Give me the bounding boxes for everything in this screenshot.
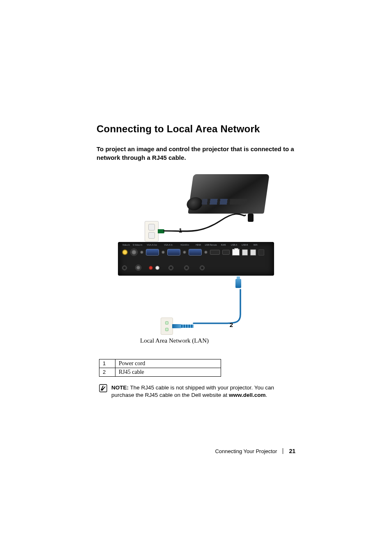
port-label: USB-A bbox=[230, 244, 238, 246]
table-row: 1 Power cord bbox=[99, 359, 221, 368]
port-label: WiFi bbox=[251, 244, 260, 246]
port-audio-out bbox=[200, 265, 205, 270]
key-description: Power cord bbox=[115, 359, 221, 368]
port-audio-a-in bbox=[168, 265, 173, 270]
port-audio-b-in bbox=[184, 265, 189, 270]
footer-section-title: Connecting Your Projector bbox=[215, 448, 277, 454]
port-screw bbox=[204, 251, 208, 254]
port-label: VGA-A In bbox=[161, 244, 175, 246]
port-wifi bbox=[258, 249, 264, 256]
figure-callout-2: 2 bbox=[230, 321, 233, 328]
port-label: USB Remote bbox=[205, 244, 217, 246]
port-label: VGA-B In bbox=[178, 244, 192, 246]
footer-divider bbox=[283, 448, 283, 454]
figure-top-projector-power: 1 bbox=[118, 174, 274, 242]
port-vga-b-in bbox=[189, 249, 202, 256]
port-vga-a-in bbox=[167, 249, 180, 256]
port-usb-b bbox=[250, 249, 256, 256]
note-body-after: . bbox=[265, 392, 267, 398]
rj45-plug-router-side bbox=[172, 324, 181, 328]
footer-page-number: 21 bbox=[289, 448, 295, 454]
wall-outlet-illustration bbox=[145, 221, 159, 242]
panel-top-labels: Video-In S-Video-In VGA-A Out VGA-A In V… bbox=[122, 244, 270, 246]
note-text: NOTE: The RJ45 cable is not shipped with… bbox=[111, 384, 295, 399]
section-heading: Connecting to Local Area Network bbox=[97, 123, 295, 135]
port-s-video bbox=[130, 249, 138, 256]
projector-connector-panel: Video-In S-Video-In VGA-A Out VGA-A In V… bbox=[118, 242, 274, 276]
port-label: Video-In bbox=[122, 244, 130, 246]
port-audio-c-l bbox=[149, 266, 153, 270]
note-label: NOTE: bbox=[111, 385, 129, 391]
port-vga-a-out bbox=[146, 249, 159, 256]
figure-caption: Local Area Network (LAN) bbox=[140, 337, 274, 344]
panel-row-bottom bbox=[122, 265, 270, 271]
port-dc12v bbox=[135, 265, 141, 271]
port-video-in bbox=[122, 249, 128, 255]
port-screw bbox=[140, 251, 143, 254]
note-block: NOTE: The RJ45 cable is not shipped with… bbox=[99, 384, 295, 399]
figure-callout-1: 1 bbox=[179, 227, 182, 234]
port-rs232 bbox=[122, 265, 127, 270]
callout-key-table: 1 Power cord 2 RJ45 cable bbox=[99, 359, 221, 377]
figure-bottom-router-rj45: 2 bbox=[118, 277, 274, 335]
rj45-cable-line bbox=[175, 282, 258, 332]
port-label: RJ45 bbox=[219, 244, 228, 246]
port-label: HDMI bbox=[194, 244, 203, 246]
port-screw bbox=[183, 251, 186, 254]
section-subheading: To project an image and control the proj… bbox=[97, 145, 295, 162]
port-screw bbox=[161, 251, 165, 254]
port-label: S-Video-In bbox=[133, 244, 143, 246]
power-cord-projector-plug bbox=[248, 214, 254, 222]
port-rj45 bbox=[232, 249, 240, 256]
port-label: VGA-A Out bbox=[145, 244, 159, 246]
figure-lan-connection: 1 Video-In S-Video-In VGA-A Out VGA-A In… bbox=[118, 174, 274, 344]
port-label: USB-B bbox=[241, 244, 249, 246]
key-description: RJ45 cable bbox=[115, 368, 221, 377]
port-hdmi bbox=[210, 250, 220, 255]
lan-router-illustration bbox=[161, 318, 173, 335]
port-usb-a bbox=[242, 249, 248, 256]
port-usb-remote bbox=[222, 250, 230, 255]
port-audio-c-r bbox=[155, 266, 159, 270]
key-number: 1 bbox=[99, 359, 115, 368]
panel-row-top bbox=[122, 249, 270, 256]
note-icon bbox=[99, 384, 107, 399]
note-url: www.dell.com bbox=[229, 392, 266, 398]
page: Connecting to Local Area Network To proj… bbox=[0, 0, 392, 555]
page-footer: Connecting Your Projector 21 bbox=[215, 448, 295, 454]
key-number: 2 bbox=[99, 368, 115, 377]
table-row: 2 RJ45 cable bbox=[99, 368, 221, 377]
